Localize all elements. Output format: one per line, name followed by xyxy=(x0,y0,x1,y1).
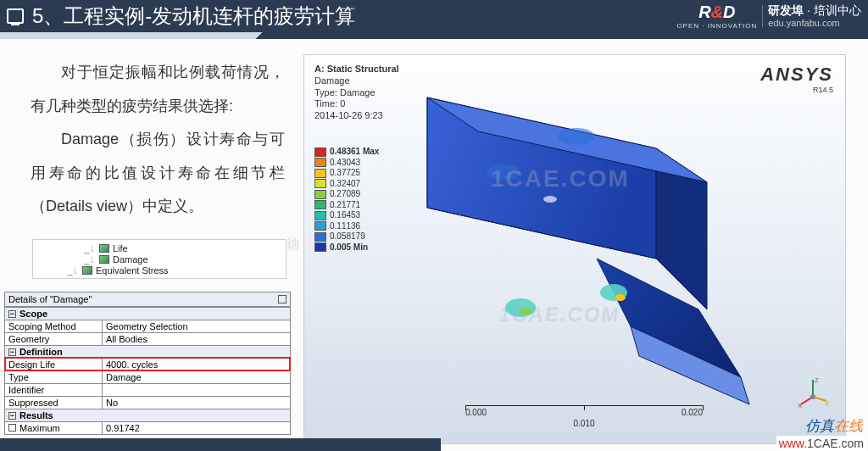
details-panel: Details of "Damage" −ScopeScoping Method… xyxy=(4,292,291,435)
details-row[interactable]: TypeDamage xyxy=(5,370,290,383)
details-section-header[interactable]: −Definition xyxy=(5,345,290,358)
legend-swatch xyxy=(314,211,326,220)
legend-label: 0.11136 xyxy=(330,221,360,232)
svg-point-8 xyxy=(520,308,531,315)
legend-label: 0.16453 xyxy=(330,210,360,221)
details-row[interactable]: Identifier xyxy=(5,383,290,396)
legend-label: 0.058179 xyxy=(330,231,365,242)
monitor-icon xyxy=(7,8,24,24)
collapse-icon[interactable]: − xyxy=(8,310,16,318)
legend-label: 0.27089 xyxy=(330,189,360,200)
tree-item-eqstress[interactable]: ⎯⎿Equivalent Stress xyxy=(42,265,284,276)
scale-bar: 0.000 0.020 0.010 xyxy=(465,405,703,428)
legend-swatch xyxy=(314,169,326,178)
page-body: 对于恒定振幅和比例载荷情况，有几种类型的疲劳结果供选择: Damage（损伤）设… xyxy=(0,39,868,451)
brand-text: 研发埠 · 培训中心 edu.yanfabu.com xyxy=(768,4,861,27)
cube-icon xyxy=(99,255,109,264)
footer-brand: 仿真在线 xyxy=(805,416,863,436)
legend-swatch xyxy=(314,158,326,167)
legend-swatch xyxy=(314,179,326,188)
page-title: 5、工程实例-发动机连杆的疲劳计算 xyxy=(32,3,355,30)
legend-row: 0.16453 xyxy=(314,210,379,221)
header-divider xyxy=(0,32,868,39)
app-header: 5、工程实例-发动机连杆的疲劳计算 R&D OPEN · INNOVATION … xyxy=(0,0,868,32)
details-row[interactable]: Design Life4000. cycles xyxy=(5,358,290,370)
tree-item-life[interactable]: ⎯⎿Life xyxy=(42,243,284,254)
legend-row: 0.27089 xyxy=(314,189,379,200)
svg-text:Y: Y xyxy=(825,400,830,408)
svg-text:Z: Z xyxy=(815,376,819,384)
footer-url[interactable]: www.1CAE.com xyxy=(776,436,866,451)
footer-strip xyxy=(0,438,441,451)
legend-swatch xyxy=(314,221,326,231)
legend-row: 0.32407 xyxy=(314,179,379,190)
legend-swatch xyxy=(314,242,326,252)
svg-text:X: X xyxy=(798,402,803,409)
rd-logo: R&D OPEN · INNOVATION xyxy=(676,3,757,30)
header-left: 5、工程实例-发动机连杆的疲劳计算 xyxy=(7,3,355,30)
details-section-header[interactable]: −Results xyxy=(5,409,290,421)
svg-point-11 xyxy=(543,196,557,203)
pin-icon[interactable] xyxy=(278,295,287,303)
details-row[interactable]: SuppressedNo xyxy=(5,396,290,409)
legend-row: 0.21771 xyxy=(314,200,379,211)
collapse-icon[interactable]: − xyxy=(8,348,16,356)
legend-label: 0.005 Min xyxy=(330,242,368,253)
legend-row: 0.005 Min xyxy=(314,242,379,253)
tree-item-damage[interactable]: ⎯⎿Damage xyxy=(42,254,284,265)
details-row[interactable]: Maximum0.91742 xyxy=(5,421,290,434)
description-text: 对于恒定振幅和比例载荷情况，有几种类型的疲劳结果供选择: Damage（损伤）设… xyxy=(31,56,285,224)
header-right: R&D OPEN · INNOVATION 研发埠 · 培训中心 edu.yan… xyxy=(676,3,861,30)
model-render xyxy=(376,89,775,411)
details-section-header[interactable]: −Scope xyxy=(5,307,290,320)
outline-tree[interactable]: ⎯⎿Life ⎯⎿Damage ⎯⎿Equivalent Stress xyxy=(32,239,287,279)
svg-point-9 xyxy=(558,128,595,145)
svg-point-10 xyxy=(487,164,520,180)
legend-row: 0.058179 xyxy=(314,231,379,242)
svg-point-6 xyxy=(615,294,626,301)
legend-swatch xyxy=(314,148,326,157)
details-title: Details of "Damage" xyxy=(5,292,290,307)
legend-row: 0.37725 xyxy=(314,168,379,179)
svg-point-7 xyxy=(505,298,536,317)
svg-marker-0 xyxy=(427,97,656,259)
triad-icon[interactable]: Z Y X xyxy=(796,376,830,409)
legend-row: 0.11136 xyxy=(314,221,379,232)
details-row[interactable]: GeometryAll Bodies xyxy=(5,332,290,345)
legend-row: 0.43043 xyxy=(314,158,379,169)
details-row[interactable]: Scoping MethodGeometry Selection xyxy=(5,320,290,332)
legend-row: 0.48361 Max xyxy=(314,147,379,158)
cube-icon xyxy=(82,266,92,275)
legend-swatch xyxy=(314,190,326,199)
legend-label: 0.32407 xyxy=(330,179,360,190)
collapse-icon[interactable]: − xyxy=(8,412,16,420)
legend-label: 0.21771 xyxy=(330,200,360,211)
ansys-viewport[interactable]: A: Static Structural Damage Type: Damage… xyxy=(303,54,846,444)
legend-label: 0.37725 xyxy=(330,168,360,179)
legend-swatch xyxy=(314,200,326,209)
svg-point-17 xyxy=(810,394,815,399)
cube-icon xyxy=(99,244,109,253)
legend-label: 0.48361 Max xyxy=(330,147,379,158)
legend-swatch xyxy=(314,232,326,242)
legend-label: 0.43043 xyxy=(330,158,360,169)
color-legend: 0.48361 Max0.430430.377250.324070.270890… xyxy=(314,147,379,253)
